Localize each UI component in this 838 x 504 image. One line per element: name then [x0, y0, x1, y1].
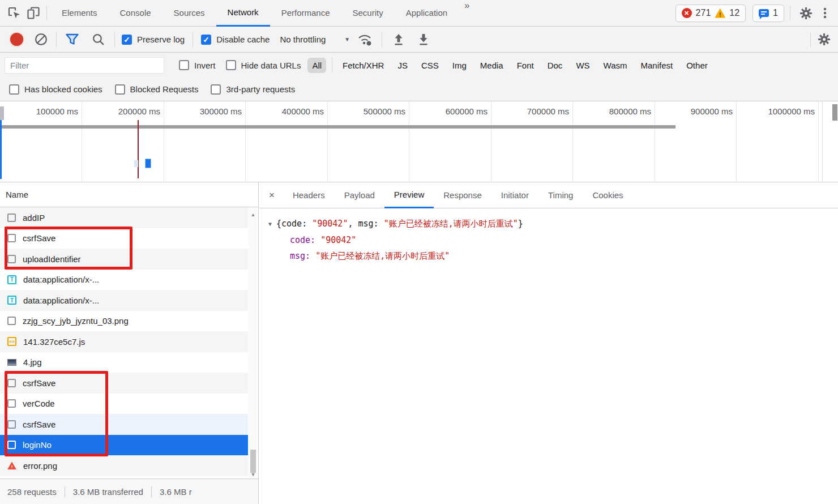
clear-icon — [34, 32, 48, 46]
json-code-line[interactable]: code: "90042" — [268, 232, 838, 248]
tab-initiator[interactable]: Initiator — [491, 182, 538, 208]
tab-payload[interactable]: Payload — [335, 182, 384, 208]
filter-input[interactable] — [5, 57, 164, 74]
request-row-data-app-2[interactable]: T data:application/x-... — [0, 290, 248, 311]
third-party-requests-checkbox[interactable]: 3rd-party requests — [211, 84, 295, 95]
network-conditions-button[interactable] — [356, 30, 375, 49]
clear-button[interactable] — [31, 30, 50, 49]
devtools-settings-button[interactable] — [796, 3, 815, 23]
device-toolbar-button[interactable] — [24, 3, 43, 23]
request-name: addIP — [23, 213, 45, 223]
has-blocked-cookies-checkbox[interactable]: Has blocked cookies — [9, 84, 102, 95]
tab-response[interactable]: Response — [434, 182, 491, 208]
main-tab-bar: Elements Console Sources Network Perform… — [0, 0, 838, 27]
tab-application[interactable]: Application — [395, 0, 459, 27]
network-overview-timeline[interactable]: 100000 ms 200000 ms 300000 ms 400000 ms … — [0, 101, 838, 182]
devtools-menu-button[interactable] — [815, 3, 835, 23]
filter-type-doc[interactable]: Doc — [543, 58, 567, 73]
network-toolbar: ✓ Preserve log ✓ Disable cache No thrott… — [0, 27, 838, 53]
request-row-csrfSave-2[interactable]: csrfSave — [0, 373, 248, 394]
tab-elements[interactable]: Elements — [50, 0, 109, 27]
filter-type-other[interactable]: Other — [682, 58, 712, 73]
waterfall-faint-bar — [134, 160, 138, 167]
invert-checkbox[interactable]: Invert — [179, 60, 216, 70]
request-row-loginNo-selected[interactable]: loginNo — [0, 435, 248, 456]
expander-triangle-icon[interactable]: ▼ — [268, 216, 276, 232]
request-row-addIP[interactable]: addIP — [0, 207, 248, 228]
tab-preview[interactable]: Preview — [384, 182, 434, 208]
gridline — [736, 101, 737, 182]
toolbar-divider — [114, 32, 115, 47]
request-row-zzjg-png[interactable]: zzjg_scy_jyb_jyzntu_03.png — [0, 311, 248, 332]
preserve-log-checkbox[interactable]: ✓ Preserve log — [122, 35, 185, 45]
checkbox-unchecked-icon — [115, 84, 125, 95]
checkbox-unchecked-icon — [9, 84, 19, 95]
filter-type-css[interactable]: CSS — [417, 58, 443, 73]
errors-warnings-badge[interactable]: ✕ 271 ! 12 — [675, 5, 746, 22]
filter-type-fetch-xhr[interactable]: Fetch/XHR — [338, 58, 388, 73]
timeline-tick: 300000 ms — [165, 106, 242, 116]
more-tabs-chevron[interactable]: » — [459, 0, 475, 27]
json-root-line[interactable]: ▼{code: "90042", msg: "账户已经被冻结,请两小时后重试"} — [268, 216, 838, 232]
tab-console[interactable]: Console — [109, 0, 163, 27]
text-type-icon: T — [7, 296, 16, 305]
image-thumb-icon — [7, 359, 16, 366]
request-details-panel: × Headers Payload Preview Response Initi… — [259, 182, 838, 504]
name-column-header[interactable]: Name — [0, 182, 258, 207]
filter-type-ws[interactable]: WS — [571, 58, 594, 73]
gridline — [245, 101, 246, 182]
throttling-select[interactable]: No throttling ▼ — [280, 35, 356, 44]
tab-network[interactable]: Network — [216, 0, 270, 27]
filter-type-manifest[interactable]: Manifest — [636, 58, 678, 73]
warning-icon: ! — [7, 462, 16, 469]
filter-type-all[interactable]: All — [307, 58, 326, 73]
filter-toggle-button[interactable] — [62, 30, 82, 49]
request-row-csrfSave[interactable]: csrfSave — [0, 228, 248, 249]
scrollbar-thumb[interactable] — [250, 450, 256, 473]
filter-type-img[interactable]: Img — [448, 58, 471, 73]
tab-performance[interactable]: Performance — [270, 0, 341, 27]
request-row-js-file[interactable]: «» 141.327ce5c7.js — [0, 331, 248, 352]
disable-cache-checkbox[interactable]: ✓ Disable cache — [201, 35, 270, 45]
request-row-4-jpg[interactable]: 4.jpg — [0, 352, 248, 373]
filter-type-wasm[interactable]: Wasm — [599, 58, 632, 73]
error-count: 271 — [696, 8, 711, 18]
blocked-requests-checkbox[interactable]: Blocked Requests — [115, 84, 199, 95]
tab-timing[interactable]: Timing — [538, 182, 583, 208]
tab-sources[interactable]: Sources — [163, 0, 216, 27]
timeline-tick: 400000 ms — [247, 106, 324, 116]
record-button[interactable] — [10, 33, 23, 46]
gridline — [572, 101, 573, 182]
export-har-button[interactable] — [414, 30, 433, 49]
filter-type-js[interactable]: JS — [393, 58, 412, 73]
json-summary-close: } — [518, 219, 523, 229]
import-har-button[interactable] — [389, 30, 408, 49]
tab-headers[interactable]: Headers — [283, 182, 335, 208]
request-row-data-app-1[interactable]: T data:application/x-... — [0, 270, 248, 291]
devtools-window: Elements Console Sources Network Perform… — [0, 0, 838, 504]
toolbar-divider — [46, 6, 47, 20]
request-row-uploadIdentifier[interactable]: uploadIdentifier — [0, 249, 248, 270]
tab-cookies[interactable]: Cookies — [583, 182, 632, 208]
doc-icon — [7, 255, 16, 263]
request-row-error-png[interactable]: ! error.png — [0, 455, 248, 476]
filter-type-media[interactable]: Media — [476, 58, 508, 73]
scroll-up-icon[interactable]: ▲ — [249, 212, 258, 217]
timeline-scrollbar-thumb[interactable] — [832, 104, 837, 121]
timeline-corner-block — [0, 106, 4, 120]
tab-security[interactable]: Security — [341, 0, 395, 27]
inspect-element-button[interactable] — [5, 3, 24, 23]
search-button[interactable] — [88, 30, 108, 49]
network-settings-button[interactable] — [814, 30, 833, 49]
hide-data-urls-checkbox[interactable]: Hide data URLs — [226, 60, 301, 70]
requests-scrollbar[interactable]: ▲ ▼ — [249, 207, 258, 479]
checkbox-checked-icon: ✓ — [122, 35, 132, 45]
request-row-verCode[interactable]: verCode — [0, 394, 248, 415]
close-icon[interactable]: × — [259, 190, 283, 201]
request-row-csrfSave-3[interactable]: csrfSave — [0, 414, 248, 435]
issues-badge[interactable]: 1 — [753, 5, 784, 22]
scroll-down-icon[interactable]: ▼ — [249, 472, 258, 477]
filter-type-font[interactable]: Font — [512, 58, 538, 73]
json-msg-line[interactable]: msg: "账户已经被冻结,请两小时后重试" — [268, 248, 838, 264]
request-name: zzjg_scy_jyb_jyzntu_03.png — [23, 316, 129, 326]
